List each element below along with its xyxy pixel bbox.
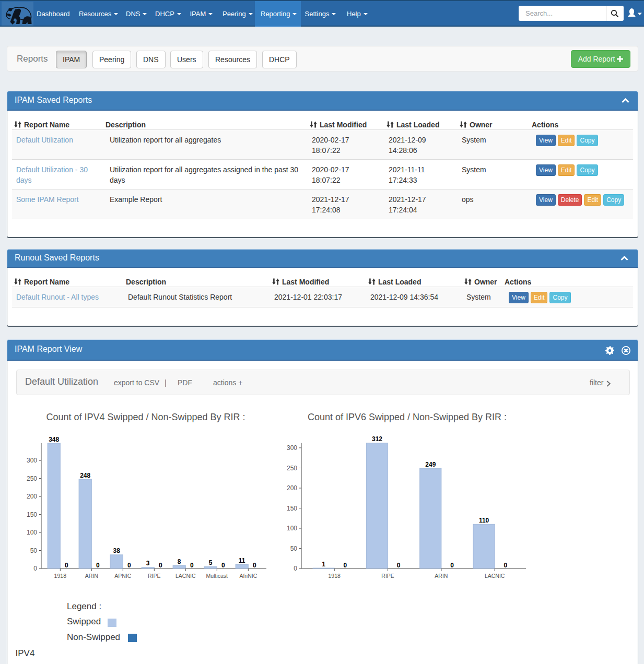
svg-text:APNIC: APNIC	[114, 573, 132, 579]
svg-text:0: 0	[96, 562, 100, 569]
svg-text:348: 348	[49, 436, 59, 443]
svg-text:0: 0	[343, 562, 347, 569]
svg-text:100: 100	[27, 529, 37, 536]
svg-text:1918: 1918	[329, 573, 341, 579]
svg-text:250: 250	[287, 465, 297, 472]
svg-text:0: 0	[159, 562, 162, 569]
svg-text:0: 0	[504, 562, 507, 569]
svg-text:LACNIC: LACNIC	[485, 573, 505, 579]
svg-text:300: 300	[27, 457, 37, 464]
svg-text:0: 0	[397, 562, 401, 569]
svg-text:RIPE: RIPE	[148, 573, 161, 579]
svg-text:0: 0	[190, 562, 194, 569]
svg-text:50: 50	[30, 547, 38, 554]
svg-text:38: 38	[113, 547, 121, 554]
svg-text:0: 0	[253, 562, 256, 569]
svg-text:150: 150	[27, 511, 37, 518]
svg-text:200: 200	[27, 493, 37, 500]
svg-text:8: 8	[178, 558, 181, 565]
svg-text:249: 249	[425, 461, 436, 468]
svg-text:200: 200	[287, 484, 297, 492]
svg-text:0: 0	[65, 562, 68, 569]
svg-text:1918: 1918	[54, 573, 67, 579]
svg-text:50: 50	[290, 545, 298, 552]
svg-text:RIPE: RIPE	[381, 573, 394, 579]
svg-text:3: 3	[146, 560, 150, 567]
svg-text:Multicast: Multicast	[206, 573, 228, 579]
svg-text:250: 250	[27, 475, 37, 482]
svg-text:248: 248	[80, 472, 90, 479]
svg-text:0: 0	[450, 562, 454, 569]
svg-text:312: 312	[372, 435, 382, 443]
svg-text:0: 0	[221, 562, 225, 569]
svg-text:AfriNIC: AfriNIC	[239, 573, 257, 579]
svg-text:110: 110	[479, 517, 489, 524]
svg-text:11: 11	[239, 557, 245, 564]
svg-text:100: 100	[287, 525, 297, 532]
svg-text:Count of IPV4 Swipped / Non-Sw: Count of IPV4 Swipped / Non-Swipped By R…	[46, 412, 245, 422]
svg-text:1: 1	[322, 561, 325, 568]
svg-text:ARIN: ARIN	[85, 573, 98, 579]
svg-text:5: 5	[209, 559, 213, 566]
svg-text:150: 150	[287, 505, 297, 512]
svg-text:300: 300	[287, 444, 297, 452]
svg-text:ARIN: ARIN	[435, 573, 448, 579]
svg-text:Count of IPV6 Swipped / Non-Sw: Count of IPV6 Swipped / Non-Swipped By R…	[308, 412, 507, 422]
svg-text:0: 0	[127, 562, 131, 569]
svg-text:0: 0	[294, 565, 297, 572]
svg-text:LACNIC: LACNIC	[175, 573, 196, 579]
svg-text:0: 0	[33, 565, 37, 572]
